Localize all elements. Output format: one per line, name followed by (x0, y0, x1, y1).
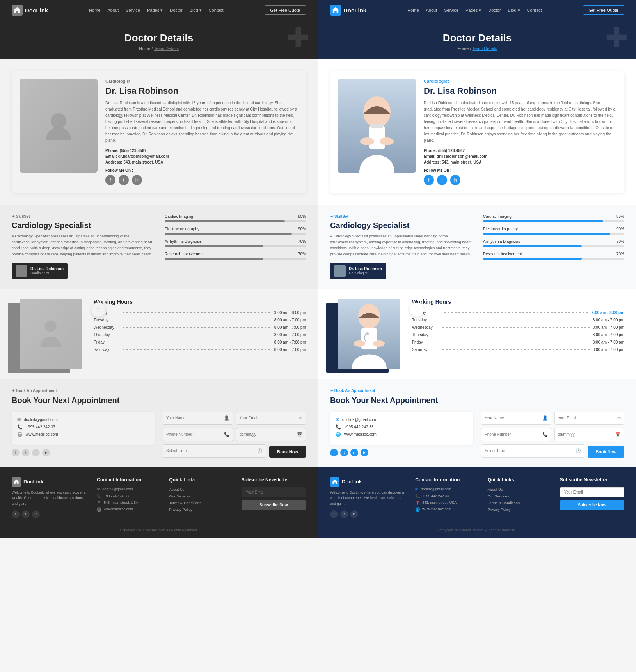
social-fb-left[interactable]: f (105, 175, 115, 185)
nav-about-left[interactable]: About (108, 8, 119, 12)
subscribe-btn-left[interactable]: Subscribe Now (242, 500, 306, 510)
date-field-left[interactable]: 📅 (236, 428, 306, 441)
newsletter-input-left[interactable] (242, 487, 306, 497)
phone-input-right[interactable] (485, 432, 542, 437)
f-email-left: doclink@gmail.com (102, 487, 133, 491)
footer-logo-right (330, 477, 339, 487)
nav-about-right[interactable]: About (426, 8, 437, 12)
nav-home-left[interactable]: Home (89, 8, 100, 12)
subscribe-btn-right[interactable]: Subscribe Now (560, 500, 624, 510)
phone-field-left[interactable]: 📞 (163, 428, 233, 441)
book-btn-left[interactable]: Book Now (269, 446, 306, 458)
footer-link-3-right[interactable]: Terms & Conditions (488, 501, 552, 505)
footer-link-1-right[interactable]: About Us (488, 487, 552, 492)
soc-f-right[interactable]: f (330, 449, 338, 456)
f-phone-left: +995 442 242 33 (104, 494, 130, 498)
soc-y-right[interactable]: ▶ (361, 449, 368, 456)
social-in-right[interactable]: in (450, 175, 460, 185)
name-field-right[interactable]: 👤 (481, 412, 551, 425)
cta-button-left[interactable]: Get Free Quote (265, 5, 306, 15)
email-input-left[interactable] (240, 416, 299, 420)
nav-pages-left[interactable]: Pages ▾ (147, 8, 163, 13)
footer-link-3-left[interactable]: Terms & Conditions (169, 501, 234, 505)
skill-name-3-left: Arrhythmia Diagnosis (165, 239, 202, 244)
navbar-right: DocLink Home About Service Pages ▾ Docto… (318, 0, 636, 20)
phone-field-right[interactable]: 📞 (481, 428, 551, 441)
footer-soc-f-right[interactable]: f (330, 510, 338, 518)
skills-right-panel: Cardiac Imaging 85% Electrocardiography … (165, 214, 306, 279)
time-input-right[interactable] (485, 449, 576, 453)
doctor-email-right: Email: dr.lisarobinson@email.com (424, 154, 616, 159)
phone-field-icon-right: 📞 (542, 432, 548, 437)
soc-t-left[interactable]: t (22, 449, 30, 456)
soc-t-right[interactable]: t (340, 449, 348, 456)
newsletter-input-right[interactable] (560, 487, 624, 497)
time-field-left[interactable]: 🕐 (163, 444, 266, 458)
footer-soc-t-left[interactable]: t (22, 510, 30, 518)
footer-link-4-left[interactable]: Privacy Policy (169, 507, 234, 512)
nav-doctor-left[interactable]: Doctor (170, 8, 182, 12)
nav-pages-right[interactable]: Pages ▾ (465, 8, 481, 13)
footer-newsletter-title-left: Subscribe Newsletter (242, 477, 306, 483)
svg-point-4 (360, 137, 374, 145)
doctor-phone-right: Phone: (555) 123-4567 (424, 148, 616, 153)
appt-title-left: Book Your Next Appointment (12, 395, 306, 405)
doctor-email-left: Email: dr.lisarobinson@email.com (105, 154, 298, 159)
doctor-image-right (338, 79, 416, 173)
footer-soc-in-right[interactable]: in (350, 510, 358, 518)
footer-link-2-right[interactable]: Our Services (488, 494, 552, 498)
nav-service-left[interactable]: Service (126, 8, 140, 12)
footer-link-1-left[interactable]: About Us (169, 487, 234, 492)
name-input-right[interactable] (485, 416, 542, 420)
doctor-bio-left: Dr. Lisa Robinson is a dedicated cardiol… (105, 100, 298, 144)
skill-name-2-left: Electrocardiography (165, 227, 199, 231)
form-row-2-left: 📞 📅 (163, 428, 306, 441)
soc-in-left[interactable]: in (32, 449, 40, 456)
nav-doctor-right[interactable]: Doctor (488, 8, 501, 12)
nav-contact-right[interactable]: Contact (527, 8, 542, 12)
follow-label-left: Follow Me On : (105, 168, 298, 173)
form-row-1-right: 👤 ✉ (481, 412, 624, 425)
social-in-left[interactable]: in (132, 175, 142, 185)
name-input-left[interactable] (166, 416, 224, 420)
date-field-right[interactable]: 📅 (554, 428, 625, 441)
skills-left-panel-right: ✦ SkillSet Cardiology Specialist A Cardi… (330, 214, 471, 279)
appointment-section-right: ✦ Book An Appointment Book Your Next App… (318, 379, 636, 467)
soc-f-left[interactable]: f (12, 449, 20, 456)
time-field-right[interactable]: 🕐 (481, 444, 584, 458)
clock-icon-left: 🕐 (257, 448, 263, 453)
f-phone-icon-right: 📞 (415, 494, 420, 498)
footer-soc-t-right[interactable]: t (340, 510, 348, 518)
footer-soc-f-left[interactable]: f (12, 510, 20, 518)
phone-input-left[interactable] (166, 432, 224, 437)
web-icon-left: 🌐 (17, 432, 23, 437)
nav-blog-left[interactable]: Blog ▾ (190, 8, 202, 13)
follow-label-right: Follow Me On : (424, 168, 616, 173)
nav-contact-left[interactable]: Contact (209, 8, 224, 12)
skill-pct-3-right: 70% (616, 239, 624, 244)
name-field-left[interactable]: 👤 (163, 412, 233, 425)
soc-y-left[interactable]: ▶ (42, 449, 50, 456)
svg-point-11 (366, 332, 369, 335)
email-field-right[interactable]: ✉ (554, 412, 625, 425)
social-tw-left[interactable]: t (119, 175, 129, 185)
nav-service-right[interactable]: Service (444, 8, 458, 12)
date-input-right[interactable] (558, 432, 616, 437)
social-tw-right[interactable]: t (437, 175, 447, 185)
soc-in-right[interactable]: in (350, 449, 358, 456)
footer-link-2-left[interactable]: Our Services (169, 494, 234, 498)
skills-desc-left: A Cardiology Specialist possesses an unp… (12, 233, 153, 257)
date-input-left[interactable] (240, 432, 297, 437)
footer-brand-left: DocLink Welcome to DocLink, where you ca… (12, 477, 89, 518)
footer-link-4-right[interactable]: Privacy Policy (488, 507, 552, 512)
f-phone-icon-left: 📞 (97, 494, 101, 498)
nav-home-right[interactable]: Home (407, 8, 419, 12)
footer-soc-in-left[interactable]: in (32, 510, 40, 518)
nav-blog-right[interactable]: Blog ▾ (508, 8, 520, 13)
email-input-right[interactable] (558, 416, 618, 420)
email-field-left[interactable]: ✉ (236, 412, 306, 425)
book-btn-right[interactable]: Book Now (588, 446, 624, 458)
time-input-left[interactable] (166, 449, 257, 453)
cta-button-right[interactable]: Get Free Quote (583, 5, 624, 15)
social-fb-right[interactable]: f (424, 175, 434, 185)
